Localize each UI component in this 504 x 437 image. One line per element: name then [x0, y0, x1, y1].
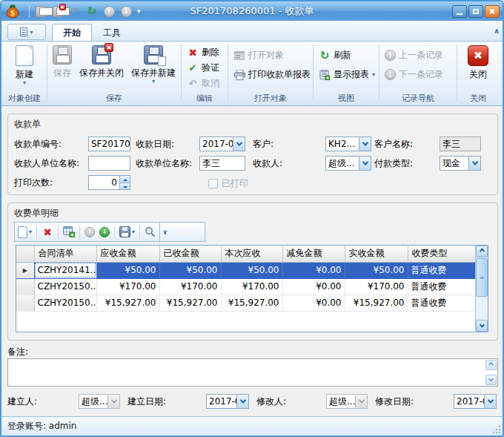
- table-cell[interactable]: 普通收费: [408, 278, 477, 295]
- table-cell[interactable]: ¥0.00: [282, 262, 345, 278]
- table-row[interactable]: CZHY20150...¥170.00¥170.00¥170.00¥0.00¥1…: [16, 278, 477, 295]
- payer-unit-input[interactable]: [88, 156, 130, 171]
- table-cell[interactable]: CZHY20150...: [34, 295, 96, 311]
- column-header[interactable]: 应收金额: [96, 246, 159, 262]
- table-cell[interactable]: ¥50.00: [221, 262, 282, 278]
- scroll-thumb[interactable]: ≡: [476, 258, 488, 297]
- column-header[interactable]: 减免金额: [282, 246, 345, 262]
- column-header[interactable]: 已收金额: [159, 246, 221, 262]
- previous-record-button[interactable]: ↑ 上一条记录: [383, 48, 445, 62]
- divider: [379, 45, 379, 102]
- table-cell[interactable]: ¥15,927.00: [159, 295, 221, 311]
- receiver-select[interactable]: 超级...: [325, 156, 371, 171]
- close-window-button[interactable]: ✖: [485, 5, 500, 18]
- table-row[interactable]: ▶CZHY20141...¥50.00¥50.00¥50.00¥0.00¥50.…: [16, 262, 477, 278]
- table-cell[interactable]: ¥170.00: [159, 278, 221, 295]
- table-cell[interactable]: ¥50.00: [345, 262, 408, 278]
- scroll-down-button[interactable]: [485, 375, 497, 385]
- next-record-button[interactable]: ↓ 下一条记录: [383, 68, 445, 82]
- money-bag-icon[interactable]: $: [5, 4, 20, 19]
- table-cell[interactable]: CZHY20150...: [34, 278, 96, 295]
- move-up-button[interactable]: ↑: [84, 224, 96, 240]
- print-count-stepper[interactable]: 0: [88, 175, 130, 190]
- remarks-textarea[interactable]: [7, 358, 498, 387]
- table-cell[interactable]: ¥15,927.00: [221, 295, 282, 311]
- new-page-icon: [16, 45, 33, 66]
- receive-unit-input[interactable]: 李三: [199, 156, 245, 171]
- vertical-scrollbar[interactable]: ≡: [475, 246, 488, 332]
- save-and-new-button[interactable]: 保存并新建 ▾: [129, 44, 178, 85]
- table-cell[interactable]: ¥170.00: [96, 278, 159, 295]
- minimize-button[interactable]: [452, 5, 467, 18]
- table-cell[interactable]: 普通收费: [408, 295, 477, 311]
- new-button[interactable]: 新建 ▾: [13, 44, 36, 86]
- table-cell[interactable]: ¥0.00: [282, 295, 345, 311]
- table-cell[interactable]: ¥0.00: [282, 278, 345, 295]
- table-cell[interactable]: 普通收费: [408, 262, 477, 278]
- validate-button[interactable]: ✔ 验证: [185, 61, 221, 75]
- table-cell[interactable]: ¥15,927.00: [345, 295, 408, 311]
- chevron-down-icon[interactable]: [468, 157, 480, 170]
- save-button[interactable]: 保存: [50, 44, 74, 81]
- show-report-button[interactable]: 显示报表 ▾: [317, 68, 377, 82]
- customer-select[interactable]: KH2...: [325, 137, 371, 151]
- checkbox-icon: [208, 179, 218, 188]
- quick-refresh-button[interactable]: ↻: [84, 4, 99, 19]
- chevron-down-icon[interactable]: [233, 137, 245, 151]
- delete-row-button[interactable]: ✖: [41, 224, 54, 240]
- tab-home[interactable]: 开始: [52, 24, 92, 41]
- refresh-button[interactable]: ↻ 刷新: [317, 48, 353, 62]
- maximize-button[interactable]: [468, 5, 483, 18]
- open-object-button[interactable]: 打开对象: [232, 48, 285, 62]
- quick-previous-button[interactable]: ↑: [102, 4, 116, 19]
- receipt-groupbox: 收款单 收款单编号: SF20170 收款日期: 2017-0 客户: KH2.…: [7, 114, 498, 195]
- pay-type-select[interactable]: 现金: [440, 156, 481, 171]
- table-row[interactable]: CZHY20150...¥15,927.00¥15,927.00¥15,927.…: [16, 295, 477, 311]
- table-cell[interactable]: ¥170.00: [345, 278, 408, 295]
- receipt-no-input[interactable]: SF20170: [88, 137, 130, 151]
- print-receipt-report-button[interactable]: 打印收款单报表: [232, 68, 312, 82]
- close-form-button[interactable]: ✖ 关闭: [465, 44, 491, 82]
- quick-undo-button[interactable]: ↶: [67, 4, 82, 19]
- column-header[interactable]: 实收金额: [345, 246, 408, 262]
- move-down-button[interactable]: ↓: [99, 224, 110, 240]
- cancel-button[interactable]: ↶ 取消: [185, 76, 221, 91]
- app-menu-button[interactable]: ▾: [7, 24, 46, 40]
- scroll-up-button[interactable]: [476, 246, 488, 257]
- search-button[interactable]: [144, 224, 156, 240]
- modify-date-select[interactable]: 2017-0: [454, 394, 497, 409]
- resize-grip-icon[interactable]: [492, 425, 501, 434]
- column-header[interactable]: 本次应收: [221, 246, 282, 262]
- column-header[interactable]: 收费类型: [408, 246, 477, 262]
- table-cell[interactable]: ¥170.00: [221, 278, 282, 295]
- table-cell[interactable]: ¥50.00: [159, 262, 221, 278]
- tab-tools[interactable]: 工具: [92, 24, 132, 41]
- save-and-close-button[interactable]: ✖ 保存并关闭: [77, 44, 126, 81]
- scroll-up-button[interactable]: [485, 360, 497, 370]
- table-cell[interactable]: ¥15,927.00: [96, 295, 159, 311]
- link-row-button[interactable]: [62, 224, 76, 240]
- chevron-down-icon[interactable]: [236, 395, 248, 408]
- chevron-down-icon[interactable]: [484, 395, 496, 408]
- table-cell[interactable]: CZHY20141...: [34, 262, 96, 278]
- receipt-date-select[interactable]: 2017-0: [199, 137, 245, 151]
- table-cell[interactable]: ¥50.00: [96, 262, 159, 278]
- receive-unit-label: 收款单位名称:: [136, 156, 192, 171]
- delete-button[interactable]: ✖ 删除: [185, 45, 221, 59]
- toolbar-overflow-button[interactable]: ∨: [159, 223, 170, 241]
- ribbon-collapse-button[interactable]: ∧: [494, 27, 500, 35]
- add-row-button[interactable]: ▾: [17, 224, 33, 240]
- quick-next-button[interactable]: ↓: [119, 4, 133, 19]
- chevron-down-icon[interactable]: [359, 157, 371, 170]
- quick-save-button[interactable]: [33, 4, 48, 19]
- create-date-select[interactable]: 2017-08: [206, 394, 249, 409]
- spinner-buttons[interactable]: [119, 176, 130, 189]
- column-header[interactable]: 合同清单: [34, 246, 96, 262]
- export-button[interactable]: ▾: [119, 224, 136, 240]
- scroll-down-button[interactable]: [476, 320, 488, 332]
- down-circle-icon: ↓: [385, 69, 396, 80]
- printed-checkbox[interactable]: 已打印: [208, 177, 248, 190]
- qat-customize-button[interactable]: ▾: [137, 7, 141, 15]
- quick-save-close-button[interactable]: ✖: [50, 4, 65, 19]
- chevron-down-icon[interactable]: [359, 137, 371, 151]
